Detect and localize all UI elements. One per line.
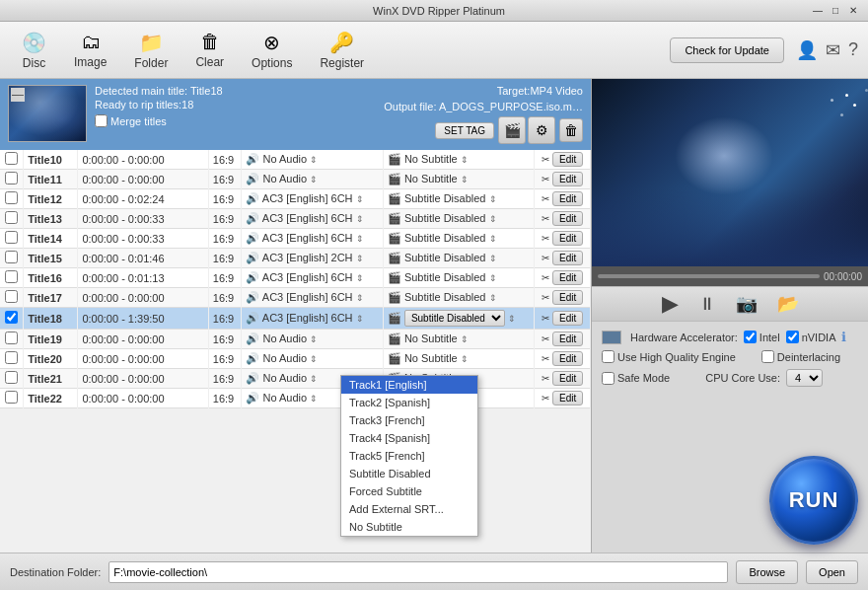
row-edit-cell[interactable]: ✂ Edit: [535, 349, 591, 369]
subtitle-dropdown[interactable]: Track1 [English]Track2 [Spanish]Track3 […: [340, 375, 478, 537]
titles-table-container[interactable]: Title10 0:00:00 - 0:00:00 16:9 🔊 No Audi…: [0, 150, 591, 553]
dropdown-item[interactable]: Track1 [English]: [341, 376, 477, 394]
row-checkbox[interactable]: [5, 371, 18, 384]
row-checkbox-cell[interactable]: [0, 170, 24, 189]
audio-sort-icon[interactable]: ⇕: [356, 273, 364, 283]
row-edit-cell[interactable]: ✂ Edit: [535, 209, 591, 229]
dropdown-item[interactable]: Track2 [Spanish]: [341, 394, 477, 411]
table-row[interactable]: Title14 0:00:00 - 0:00:33 16:9 🔊 AC3 [En…: [0, 229, 591, 249]
nvidia-checkbox-label[interactable]: nVIDIA: [786, 331, 836, 343]
open-button[interactable]: Open: [806, 560, 858, 584]
sub-sort-icon[interactable]: ⇕: [461, 175, 469, 184]
table-row[interactable]: Title11 0:00:00 - 0:00:00 16:9 🔊 No Audi…: [0, 170, 591, 189]
table-row[interactable]: Title13 0:00:00 - 0:00:33 16:9 🔊 AC3 [En…: [0, 209, 591, 229]
row-checkbox-cell[interactable]: [0, 349, 24, 369]
folder-button[interactable]: 📁 Folder: [122, 26, 180, 75]
edit-button[interactable]: Edit: [552, 211, 583, 226]
row-edit-cell[interactable]: ✂ Edit: [535, 389, 591, 408]
edit-button[interactable]: Edit: [552, 371, 583, 386]
row-checkbox-cell[interactable]: [0, 209, 24, 229]
audio-sort-icon[interactable]: ⇕: [356, 314, 364, 324]
table-row[interactable]: Title22 0:00:00 - 0:00:00 16:9 🔊 No Audi…: [0, 389, 591, 408]
row-checkbox[interactable]: [5, 290, 18, 303]
options-button[interactable]: ⊗ Options: [240, 26, 304, 75]
sub-sort-icon[interactable]: ⇕: [461, 155, 469, 165]
table-row[interactable]: Title16 0:00:00 - 0:01:13 16:9 🔊 AC3 [En…: [0, 268, 591, 288]
dropdown-item[interactable]: Track4 [Spanish]: [341, 429, 477, 447]
row-edit-cell[interactable]: ✂ Edit: [535, 189, 591, 209]
folder-open-button[interactable]: 📂: [777, 293, 799, 315]
sub-sort-icon[interactable]: ⇕: [489, 234, 497, 244]
audio-sort-icon[interactable]: ⇕: [310, 354, 318, 364]
edit-button[interactable]: Edit: [552, 191, 583, 206]
close-button[interactable]: ✕: [846, 4, 860, 18]
edit-button[interactable]: Edit: [552, 290, 583, 305]
edit-button[interactable]: Edit: [552, 251, 583, 265]
table-row[interactable]: Title18 0:00:00 - 1:39:50 16:9 🔊 AC3 [En…: [0, 308, 591, 330]
deinterlace-checkbox-label[interactable]: Deinterlacing: [761, 350, 840, 363]
edit-button[interactable]: Edit: [552, 311, 583, 326]
sub-sort-icon[interactable]: ⇕: [489, 254, 497, 263]
maximize-button[interactable]: □: [829, 4, 842, 18]
minimize-button[interactable]: —: [811, 4, 825, 18]
clear-button[interactable]: 🗑 Clear: [183, 26, 236, 75]
sub-sort-icon[interactable]: ⇕: [489, 293, 497, 303]
table-row[interactable]: Title21 0:00:00 - 0:00:00 16:9 🔊 No Audi…: [0, 369, 591, 389]
settings-icon-button[interactable]: ⚙: [528, 116, 555, 144]
play-icon-button[interactable]: 🎬: [498, 116, 526, 144]
intel-checkbox[interactable]: [744, 331, 757, 343]
info-icon[interactable]: ℹ: [841, 330, 846, 344]
row-edit-cell[interactable]: ✂ Edit: [535, 330, 591, 349]
edit-button[interactable]: Edit: [552, 231, 583, 246]
account-icon[interactable]: 👤: [796, 39, 818, 61]
row-checkbox[interactable]: [5, 211, 18, 224]
audio-sort-icon[interactable]: ⇕: [310, 334, 318, 344]
audio-sort-icon[interactable]: ⇕: [356, 234, 364, 244]
table-row[interactable]: Title17 0:00:00 - 0:00:00 16:9 🔊 AC3 [En…: [0, 288, 591, 308]
dropdown-item[interactable]: Forced Subtitle: [341, 482, 477, 500]
row-edit-cell[interactable]: ✂ Edit: [535, 170, 591, 189]
row-edit-cell[interactable]: ✂ Edit: [535, 288, 591, 308]
dropdown-item[interactable]: Subtitle Disabled: [341, 465, 477, 482]
sub-sort-icon[interactable]: ⇕: [489, 273, 497, 283]
pause-button[interactable]: ⏸: [698, 294, 716, 315]
help-icon[interactable]: ?: [848, 39, 858, 61]
subtitle-select[interactable]: Subtitle Disabled: [404, 310, 505, 327]
row-checkbox[interactable]: [5, 332, 18, 344]
email-icon[interactable]: ✉: [826, 39, 840, 61]
row-subtitle[interactable]: 🎬 Subtitle Disabled ⇕: [383, 308, 535, 330]
intel-checkbox-label[interactable]: Intel: [744, 331, 780, 343]
image-button[interactable]: 🗂 Image: [62, 26, 118, 75]
row-checkbox[interactable]: [5, 152, 18, 165]
row-edit-cell[interactable]: ✂ Edit: [535, 229, 591, 249]
row-edit-cell[interactable]: ✂ Edit: [535, 268, 591, 288]
row-checkbox[interactable]: [5, 191, 18, 204]
table-row[interactable]: Title19 0:00:00 - 0:00:00 16:9 🔊 No Audi…: [0, 330, 591, 349]
dropdown-item[interactable]: Track3 [French]: [341, 411, 477, 429]
dropdown-item[interactable]: Track5 [French]: [341, 447, 477, 465]
play-button[interactable]: ▶: [662, 291, 679, 317]
sub-sort-icon[interactable]: ⇕: [461, 354, 469, 364]
audio-sort-icon[interactable]: ⇕: [356, 214, 364, 224]
dropdown-item[interactable]: No Subtitle: [341, 518, 477, 536]
quality-checkbox-label[interactable]: Use High Quality Engine: [602, 350, 736, 363]
table-row[interactable]: Title12 0:00:00 - 0:02:24 16:9 🔊 AC3 [En…: [0, 189, 591, 209]
disc-button[interactable]: 💿 Disc: [10, 26, 58, 75]
audio-sort-icon[interactable]: ⇕: [356, 194, 364, 204]
row-checkbox[interactable]: [5, 270, 18, 283]
edit-button[interactable]: Edit: [552, 172, 583, 186]
row-checkbox[interactable]: [5, 311, 18, 324]
row-checkbox-cell[interactable]: [0, 330, 24, 349]
cpu-core-select[interactable]: 1 2 3 4 6 8: [786, 369, 823, 387]
row-checkbox[interactable]: [5, 231, 18, 244]
delete-button[interactable]: 🗑: [559, 118, 583, 142]
sub-sort-icon[interactable]: ⇕: [461, 334, 469, 344]
sub-sort-icon[interactable]: ⇕: [489, 194, 497, 204]
edit-button[interactable]: Edit: [552, 332, 583, 346]
merge-checkbox[interactable]: Merge titles: [95, 114, 167, 127]
row-checkbox[interactable]: [5, 391, 18, 404]
register-button[interactable]: 🔑 Register: [308, 26, 376, 75]
nvidia-checkbox[interactable]: [786, 331, 799, 343]
table-row[interactable]: Title10 0:00:00 - 0:00:00 16:9 🔊 No Audi…: [0, 150, 591, 170]
audio-sort-icon[interactable]: ⇕: [310, 155, 318, 165]
